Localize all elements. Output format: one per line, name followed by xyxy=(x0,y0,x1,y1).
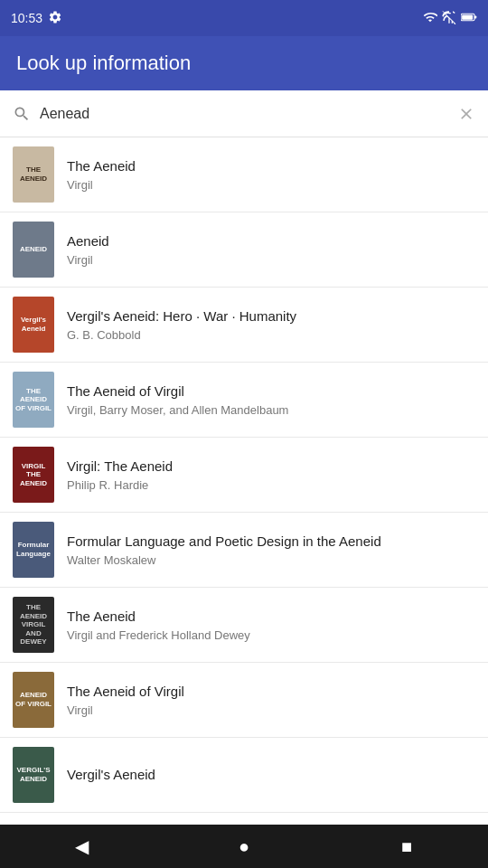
book-info: Aeneid Virgil xyxy=(67,232,475,267)
book-info: Virgil: The Aeneid Philip R. Hardie xyxy=(67,458,475,492)
book-title: Vergil's Aeneid: Hero · War · Humanity xyxy=(67,307,475,326)
results-list: THE AENEID The Aeneid Virgil AENEID Aene… xyxy=(0,137,488,825)
book-info: Vergil's Aeneid: Hero · War · Humanity G… xyxy=(67,307,475,342)
book-author: Virgil, Barry Moser, and Allen Mandelbau… xyxy=(67,403,475,417)
book-author: Virgil xyxy=(67,703,475,717)
search-icon xyxy=(13,105,31,123)
settings-icon xyxy=(48,10,62,27)
book-cover: AENEID xyxy=(13,222,54,278)
list-item[interactable]: VIRGIL THE AENEID Virgil: The Aeneid Phi… xyxy=(0,438,488,513)
book-title: Formular Language and Poetic Design in t… xyxy=(67,533,475,551)
book-cover: THE AENEID xyxy=(13,146,54,203)
book-title: Virgil: The Aeneid xyxy=(67,458,475,476)
book-author: Virgil and Frederick Holland Dewey xyxy=(67,628,475,642)
list-item[interactable]: AENEID Aeneid Virgil xyxy=(0,212,488,288)
nav-home-button[interactable]: ● xyxy=(217,825,271,868)
book-title: The Aeneid xyxy=(67,157,475,175)
list-item[interactable]: Formular Language Formular Language and … xyxy=(0,513,488,588)
book-title: The Aeneid of Virgil xyxy=(67,683,475,701)
book-title: Aeneid xyxy=(67,232,475,250)
book-info: The Aeneid of Virgil Virgil, Barry Moser… xyxy=(67,382,475,417)
list-item[interactable]: THE AENEID The Aeneid Virgil xyxy=(0,137,488,212)
book-title: The Aeneid of Virgil xyxy=(67,382,475,401)
nav-recent-button[interactable]: ■ xyxy=(380,825,434,868)
book-author: Philip R. Hardie xyxy=(67,478,475,492)
list-item[interactable]: THE AENEID OF VIRGIL The Aeneid of Virgi… xyxy=(0,363,488,438)
status-right xyxy=(423,10,477,27)
book-cover: Vergil's Aeneid xyxy=(13,297,54,353)
clear-search-icon[interactable] xyxy=(457,105,475,123)
signal-icon xyxy=(442,10,456,27)
book-cover: THE AENEID OF VIRGIL xyxy=(13,372,54,428)
status-left: 10:53 xyxy=(11,10,62,27)
battery-icon xyxy=(461,11,477,26)
book-author: Walter Moskalew xyxy=(67,553,475,567)
status-time: 10:53 xyxy=(11,11,42,25)
book-author: Virgil xyxy=(67,178,475,192)
nav-back-button[interactable]: ◀ xyxy=(54,825,108,868)
header: Look up information xyxy=(0,36,488,90)
book-info: Vergil's Aeneid xyxy=(67,766,475,784)
book-cover: VERGIL'S AENEID xyxy=(13,747,54,803)
book-author: G. B. Cobbold xyxy=(67,328,475,342)
status-bar: 10:53 xyxy=(0,0,488,36)
book-info: Formular Language and Poetic Design in t… xyxy=(67,533,475,567)
book-title: The Aeneid xyxy=(67,608,475,626)
svg-rect-1 xyxy=(474,15,476,18)
page-title: Look up information xyxy=(16,52,191,75)
book-cover: AENEID OF VIRGIL xyxy=(13,672,54,728)
book-cover: THE AENEID VIRGIL AND DEWEY xyxy=(13,597,54,653)
list-item[interactable]: THE AENEID VIRGIL AND DEWEY The Aeneid V… xyxy=(0,588,488,663)
book-title: Vergil's Aeneid xyxy=(67,766,475,784)
book-cover: Formular Language xyxy=(13,522,54,578)
list-item[interactable]: VERGIL'S AENEID Vergil's Aeneid xyxy=(0,738,488,813)
list-item[interactable]: Vergil's Aeneid Vergil's Aeneid: Hero · … xyxy=(0,288,488,363)
book-info: The Aeneid Virgil xyxy=(67,157,475,192)
book-info: The Aeneid Virgil and Frederick Holland … xyxy=(67,608,475,642)
search-input[interactable] xyxy=(40,106,448,122)
svg-rect-2 xyxy=(462,14,473,19)
book-author: Virgil xyxy=(67,253,475,267)
book-info: The Aeneid of Virgil Virgil xyxy=(67,683,475,717)
book-cover: VIRGIL THE AENEID xyxy=(13,447,54,503)
search-bar xyxy=(0,90,488,137)
list-item[interactable]: AENEID OF VIRGIL The Aeneid of Virgil Vi… xyxy=(0,663,488,738)
wifi-icon xyxy=(423,10,437,27)
nav-bar: ◀ ● ■ xyxy=(0,825,488,868)
